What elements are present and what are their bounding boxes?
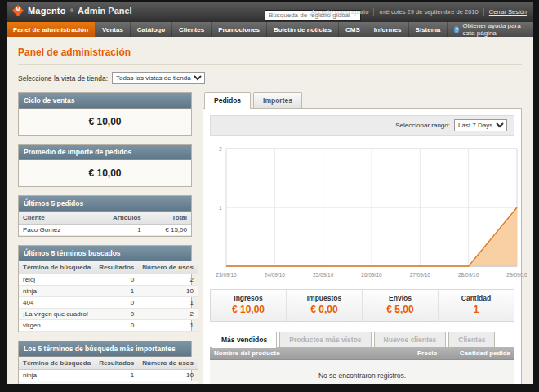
nav-item-boletin[interactable]: Boletín de noticias (267, 22, 339, 37)
column-header: Precio (386, 347, 441, 360)
cell: 1 (138, 320, 198, 332)
grids-tabs: Más vendidos Productos más vistos Nuevos… (210, 332, 514, 347)
tab-nuevos-clientes[interactable]: Nuevos clientes (374, 332, 447, 347)
range-select[interactable]: Last 7 Days (454, 119, 507, 131)
nav-item-sistema[interactable]: Sistema (409, 22, 448, 37)
table-row[interactable]: ninja 1 10 (19, 286, 198, 297)
last-search-title: Últimos 5 términos buscados (19, 246, 191, 261)
help-label: Obtener ayuda para esta página (462, 22, 527, 37)
column-header: Resultados (95, 261, 138, 274)
nav-item-informes[interactable]: Informes (368, 22, 409, 37)
svg-text:23/09/10: 23/09/10 (216, 272, 237, 278)
last-orders-panel: Últimos 5 pedidos Cliente Artículos Tota… (18, 195, 192, 237)
cell: 0 (95, 297, 138, 309)
column-header: Cantidad pedida (441, 347, 514, 360)
title-divider (18, 64, 522, 65)
column-header: Resultados (95, 357, 138, 370)
store-view-row: Seleccione la vista de tienda: Todas las… (18, 72, 522, 84)
cell: 2 (138, 309, 198, 320)
table-row[interactable]: 404 0 1 (19, 297, 198, 309)
cell: 1 (89, 225, 145, 236)
tab-productos-mas-vistos[interactable]: Productos más vistos (279, 332, 371, 347)
logout-link[interactable]: Cerrar Sesión (489, 8, 527, 16)
last-orders-title: Últimos 5 pedidos (19, 196, 191, 212)
header-user-area: Accedió como aparto miércoles 29 de sept… (306, 8, 527, 16)
stat-label: Impuestos (287, 294, 362, 302)
magento-logo-icon: M (12, 5, 24, 16)
stat-label: Ingresos (211, 294, 286, 302)
lifetime-sales-panel: Ciclo de ventas € 10,00 (18, 92, 192, 136)
table-row[interactable]: ninja 1 10 (19, 370, 198, 381)
tab-clientes[interactable]: Clientes (448, 332, 495, 347)
nav-item-cms[interactable]: CMS (339, 22, 368, 37)
store-view-label: Seleccione la vista de tienda: (18, 74, 108, 82)
browser-viewport: M Magento ® Admin Panel Accedió como apa… (7, 2, 533, 384)
stat-value: € 0,00 (287, 304, 362, 315)
page-title: Panel de administración (18, 47, 522, 58)
cell: 0 (95, 320, 138, 332)
empty-text: No se encontraron registros. (210, 360, 514, 385)
svg-text:2: 2 (219, 146, 222, 152)
column-header: Cliente (19, 212, 89, 225)
dashboard-main: Pedidos Importes Seleccionar rango: Last… (203, 92, 522, 384)
top-search-table: Término de búsqueda Resultados Número de… (19, 357, 198, 384)
svg-text:26/09/10: 26/09/10 (361, 272, 382, 278)
bestsellers-grid: Nombre del producto Precio Cantidad pedi… (210, 347, 514, 384)
average-orders-value: € 10,00 (19, 160, 191, 186)
nav-item-panel[interactable]: Panel de administración (7, 22, 96, 37)
column-header: Número de usos (138, 261, 198, 274)
table-row[interactable]: ¡La virgen que cuadro! 0 2 (19, 309, 198, 320)
table-row[interactable]: reloj 0 2 (19, 274, 198, 286)
trademark-symbol: ® (70, 8, 74, 13)
stat-cantidad: Cantidad 1 (438, 290, 514, 321)
cell: Paco Gomez (19, 225, 89, 236)
nav-item-catalogo[interactable]: Catálogo (131, 22, 172, 37)
cell: 1 (95, 370, 138, 381)
average-orders-panel: Promedio de importe de pedidos € 10,00 (18, 144, 192, 187)
lifetime-sales-value: € 10,00 (19, 109, 191, 135)
last-search-table: Término de búsqueda Resultados Número de… (19, 261, 198, 332)
tab-pedidos[interactable]: Pedidos (204, 92, 251, 109)
cell: 0 (95, 309, 138, 320)
stat-label: Envíos (363, 294, 438, 302)
tab-mas-vendidos[interactable]: Más vendidos (212, 332, 277, 348)
column-header: Nombre del producto (210, 347, 386, 360)
store-view-select[interactable]: Todas las vistas de tienda (112, 72, 205, 84)
empty-row: No se encontraron registros. (210, 360, 514, 385)
svg-text:24/09/10: 24/09/10 (265, 272, 286, 278)
column-header: Término de búsqueda (19, 261, 95, 274)
stat-impuestos: Impuestos € 0,00 (286, 290, 362, 321)
header-date: miércoles 29 de septiembre de 2010 (374, 8, 483, 16)
nav-item-promociones[interactable]: Promociones (212, 22, 267, 37)
cell: 1 (138, 297, 198, 309)
stat-ingresos: Ingresos € 10,00 (211, 290, 286, 321)
table-row[interactable]: reloj 0 2 (19, 381, 198, 385)
cell: 10 (138, 286, 198, 297)
tab-importes[interactable]: Importes (253, 92, 302, 108)
table-row[interactable]: Paco Gomez 1 € 15,00 (19, 225, 191, 236)
column-header: Término de búsqueda (19, 357, 95, 370)
table-row[interactable]: virgen 0 1 (19, 320, 198, 332)
get-help-link[interactable]: ? Obtener ayuda para esta página (448, 22, 533, 37)
nav-item-ventas[interactable]: Ventas (96, 22, 131, 37)
cell: ninja (19, 286, 95, 297)
totals-row: Ingresos € 10,00 Impuestos € 0,00 Envíos… (210, 289, 514, 322)
stat-envios: Envíos € 5,00 (362, 290, 438, 321)
column-header: Número de usos (138, 357, 198, 370)
stat-value: 1 (439, 304, 514, 315)
column-header: Total (145, 212, 191, 225)
cell: ninja (19, 370, 95, 381)
last-search-panel: Últimos 5 términos buscados Término de b… (18, 245, 192, 332)
brand-name: Magento (28, 6, 66, 16)
orders-chart: 1223/09/1024/09/1025/09/1026/09/1027/09/… (212, 142, 527, 281)
top-search-panel: Los 5 términos de búsqueda más important… (18, 341, 192, 384)
cell: 0 (95, 381, 138, 385)
stat-label: Cantidad (439, 294, 514, 302)
cell: virgen (19, 320, 95, 332)
cell: 0 (95, 274, 138, 286)
cell: ¡La virgen que cuadro! (19, 309, 95, 320)
stat-value: € 10,00 (211, 304, 286, 315)
main-nav: Panel de administración Ventas Catálogo … (7, 22, 533, 37)
cell: 1 (95, 286, 138, 297)
nav-item-clientes[interactable]: Clientes (172, 22, 212, 37)
